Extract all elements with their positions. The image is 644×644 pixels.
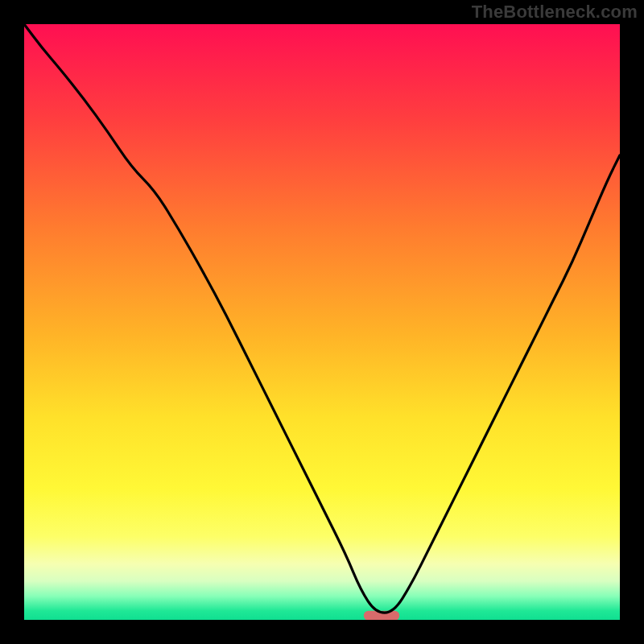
chart-svg — [24, 24, 620, 620]
chart-plot-area — [24, 24, 620, 620]
chart-frame: TheBottleneck.com — [0, 0, 644, 644]
watermark-text: TheBottleneck.com — [472, 2, 638, 23]
chart-background — [24, 24, 620, 620]
